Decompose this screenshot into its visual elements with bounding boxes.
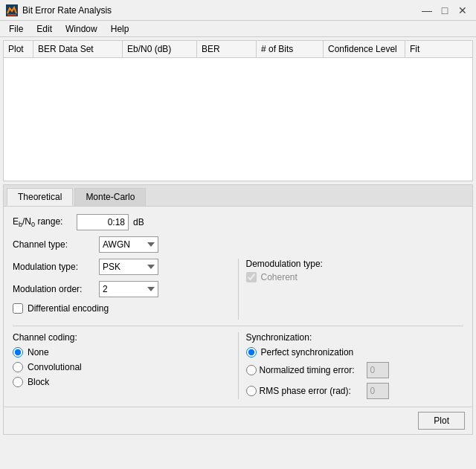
eb-no-row: Eb/N0 range: dB <box>13 214 463 230</box>
demod-section: Demodulation type: Coherent <box>246 259 464 282</box>
coding-block-row: Block <box>13 377 231 387</box>
menu-edit[interactable]: Edit <box>30 22 58 36</box>
col-fit: Fit <box>405 41 443 57</box>
sync-normalized-input[interactable] <box>367 362 389 378</box>
coding-block-radio[interactable] <box>13 377 23 387</box>
channel-type-select[interactable]: AWGN Rayleigh Rician <box>99 236 158 253</box>
sync-normalized-label: Normalized timing error: <box>260 365 364 375</box>
minimize-button[interactable]: — <box>419 3 434 18</box>
diff-encoding-checkbox[interactable] <box>13 303 23 314</box>
col-ber: BER <box>197 41 257 57</box>
tabs-header: Theoretical Monte-Carlo <box>4 185 472 207</box>
two-col-section: Modulation type: PSK QAM FSK MSK OQPSK M… <box>13 259 463 320</box>
coherent-label: Coherent <box>261 272 298 282</box>
modulation-type-row: Modulation type: PSK QAM FSK MSK OQPSK <box>13 259 231 275</box>
tab-content-theoretical: Eb/N0 range: dB Channel type: AWGN Rayle… <box>4 207 472 407</box>
coding-conv-label: Convolutional <box>28 362 82 372</box>
col-num-bits: # of Bits <box>257 41 324 57</box>
table-header: Plot BER Data Set Eb/N0 (dB) BER # of Bi… <box>4 41 472 58</box>
menu-bar: File Edit Window Help <box>0 21 476 37</box>
sync-rms-row: RMS phase error (rad): <box>246 383 464 399</box>
eb-no-label: Eb/N0 range: <box>13 216 72 228</box>
channel-coding-title: Channel coding: <box>13 332 231 343</box>
modulation-order-row: Modulation order: 2 4 8 16 32 64 <box>13 281 231 297</box>
sync-normalized-row: Normalized timing error: <box>246 362 464 378</box>
sync-perfect-radio[interactable] <box>246 347 257 358</box>
sync-perfect-label: Perfect synchronization <box>261 347 354 358</box>
coding-conv-row: Convolutional <box>13 362 231 372</box>
tabs-section: Theoretical Monte-Carlo Eb/N0 range: dB … <box>3 184 473 435</box>
menu-window[interactable]: Window <box>60 22 103 36</box>
right-column: Demodulation type: Coherent <box>238 259 464 320</box>
diff-encoding-label: Differential encoding <box>28 303 109 314</box>
coherent-checkbox <box>246 272 257 282</box>
channel-type-label: Channel type: <box>13 239 94 250</box>
diff-encoding-row: Differential encoding <box>13 303 231 314</box>
app-icon <box>6 4 18 16</box>
modulation-order-label: Modulation order: <box>13 284 94 294</box>
menu-file[interactable]: File <box>3 22 29 36</box>
coding-none-label: None <box>28 347 49 358</box>
demod-type-label: Demodulation type: <box>246 259 464 269</box>
col-confidence: Confidence Level <box>324 41 405 57</box>
col-plot: Plot <box>4 41 33 57</box>
menu-help[interactable]: Help <box>105 22 135 36</box>
eb-no-input[interactable] <box>77 214 129 230</box>
window-controls: — □ ✕ <box>419 3 470 18</box>
bottom-bar: Plot <box>4 407 472 434</box>
sync-col: Synchronization: Perfect synchronization… <box>238 332 464 399</box>
sync-title: Synchronization: <box>246 332 464 343</box>
ber-table: Plot BER Data Set Eb/N0 (dB) BER # of Bi… <box>3 40 473 181</box>
channel-type-row: Channel type: AWGN Rayleigh Rician <box>13 236 463 253</box>
coherent-row: Coherent <box>246 272 464 282</box>
sync-rms-input[interactable] <box>367 383 389 399</box>
sync-normalized-radio[interactable] <box>246 365 257 375</box>
channel-coding-col: Channel coding: None Convolutional Block <box>13 332 238 399</box>
section-divider <box>13 326 463 326</box>
coding-convolutional-radio[interactable] <box>13 362 23 372</box>
left-column: Modulation type: PSK QAM FSK MSK OQPSK M… <box>13 259 238 320</box>
col-ber-dataset: BER Data Set <box>33 41 123 57</box>
col-eb-no: Eb/N0 (dB) <box>123 41 197 57</box>
close-button[interactable]: ✕ <box>455 3 470 18</box>
coding-sync-section: Channel coding: None Convolutional Block… <box>13 332 463 399</box>
plot-button[interactable]: Plot <box>418 412 465 430</box>
modulation-type-select[interactable]: PSK QAM FSK MSK OQPSK <box>99 259 158 275</box>
tab-theoretical[interactable]: Theoretical <box>7 188 73 206</box>
sync-rms-label: RMS phase error (rad): <box>260 386 364 396</box>
tab-monte-carlo[interactable]: Monte-Carlo <box>74 188 146 206</box>
sync-perfect-row: Perfect synchronization <box>246 347 464 358</box>
coding-none-row: None <box>13 347 231 358</box>
modulation-type-label: Modulation type: <box>13 262 94 272</box>
window-title: Bit Error Rate Analysis <box>22 5 112 16</box>
modulation-order-select[interactable]: 2 4 8 16 32 64 <box>99 281 158 297</box>
db-label: dB <box>133 217 144 227</box>
coding-none-radio[interactable] <box>13 347 23 358</box>
sync-rms-radio[interactable] <box>246 386 257 396</box>
maximize-button[interactable]: □ <box>437 3 452 18</box>
coding-block-label: Block <box>28 377 49 387</box>
title-bar: Bit Error Rate Analysis — □ ✕ <box>0 0 476 21</box>
